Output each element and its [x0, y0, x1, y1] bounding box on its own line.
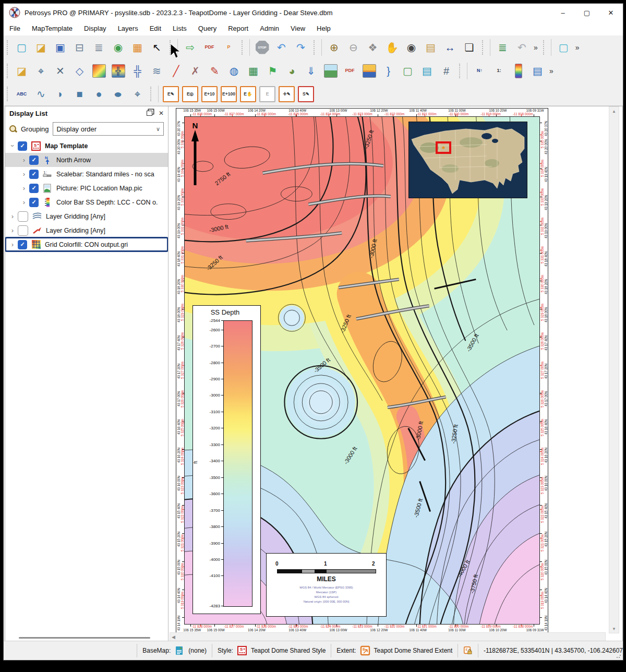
north-arrow-button-icon[interactable]: N↑	[471, 62, 488, 79]
menu-item-file[interactable]: File	[4, 25, 26, 32]
well-display-icon[interactable]: ⌖	[32, 62, 50, 79]
expander-icon[interactable]: ›	[20, 198, 28, 206]
undo-view-icon[interactable]: ↶	[273, 39, 290, 56]
polyline-icon[interactable]: }	[380, 62, 397, 79]
tree-row[interactable]: ›✓SMap Template	[5, 139, 168, 153]
colorbar-button-icon[interactable]	[510, 62, 527, 79]
export-image-icon[interactable]: ⇨	[182, 39, 199, 56]
menu-item-admin[interactable]: Admin	[254, 25, 285, 32]
fault-pick-icon[interactable]: ✕	[52, 62, 69, 79]
expander-icon[interactable]: ›	[8, 212, 17, 220]
menu-item-report[interactable]: Report	[222, 25, 254, 32]
visibility-checkbox[interactable]: ✓	[29, 155, 39, 165]
close-panel-icon[interactable]: ✕	[159, 110, 164, 117]
edit-pan-icon[interactable]: E✋	[240, 86, 256, 102]
map-grid-icon[interactable]: #	[438, 62, 455, 79]
zoom-in-icon[interactable]: ⊕	[326, 39, 343, 56]
pie-display-icon[interactable]: ◕	[283, 62, 300, 79]
print-icon[interactable]: ⊟	[71, 39, 88, 56]
overflow-icon[interactable]: »	[549, 67, 553, 75]
draw-circle-icon[interactable]: ●	[90, 86, 107, 103]
grouping-select[interactable]: Display order ∨	[53, 122, 164, 136]
grid-lines-icon[interactable]: ╬	[129, 62, 146, 79]
menu-item-edit[interactable]: Edit	[144, 25, 167, 32]
close-button[interactable]: ✕	[599, 4, 623, 21]
map-picture-icon[interactable]	[360, 62, 378, 79]
contour-display-icon[interactable]: ≋	[148, 62, 165, 79]
image-import-icon[interactable]: ⇓	[303, 62, 320, 79]
spreadsheet-icon[interactable]: ▦	[245, 62, 262, 79]
redo-view-icon[interactable]: ↷	[292, 39, 309, 56]
draw-well-symbol-icon[interactable]: ⌖	[129, 86, 146, 103]
new-map-icon[interactable]: ▢	[13, 39, 30, 56]
visibility-checkbox[interactable]: ✓	[18, 141, 27, 151]
extent-lock-icon[interactable]: E	[463, 645, 473, 656]
visibility-checkbox[interactable]: ✓	[29, 198, 39, 207]
edit-plus10-icon[interactable]: E+10	[201, 86, 218, 102]
document-properties-icon[interactable]: ▤	[418, 62, 436, 79]
menu-item-lists[interactable]: Lists	[167, 25, 192, 32]
legend-button-icon[interactable]: ▤	[529, 62, 546, 79]
tree-row[interactable]: ›✓NNorth Arrow	[5, 153, 168, 167]
float-panel-icon[interactable]	[147, 111, 152, 116]
overflow-icon[interactable]: »	[534, 43, 538, 52]
tree-row[interactable]: ›✓1:Scalebar: Standard miles - no sca	[5, 167, 168, 181]
menu-item-layers[interactable]: Layers	[112, 25, 144, 32]
export-pdf-icon[interactable]: PDF	[201, 39, 218, 56]
text-annotation-icon[interactable]: ABC	[13, 86, 30, 103]
expander-icon[interactable]: ›	[20, 184, 28, 192]
add-data-icon[interactable]: ◪	[13, 62, 30, 79]
panel-horizontal-scrollbar[interactable]	[19, 637, 150, 639]
map-window-icon[interactable]: ▦	[129, 39, 146, 56]
map-canvas[interactable]: 2750 ft-3000 ft-3250 ft-3250 ft-3000 ft-…	[184, 116, 540, 625]
tree-row[interactable]: ›Layer Gridding [Any]	[5, 223, 168, 237]
visibility-checkbox[interactable]: ✓	[29, 170, 39, 179]
grid-colorfill-cross-icon[interactable]: ╬	[110, 62, 127, 79]
select-cursor-icon[interactable]: ↖	[148, 39, 165, 56]
resize-grip-icon[interactable]	[616, 653, 621, 658]
draw-curve-icon[interactable]: ∿	[32, 86, 50, 103]
fault-edit-icon[interactable]: ✎	[206, 62, 223, 79]
stop-icon[interactable]: STOP	[254, 39, 271, 56]
zoom-extents-icon[interactable]: ❖	[364, 39, 381, 56]
draw-freeform-icon[interactable]: ◗	[52, 86, 69, 103]
display-list-icon[interactable]: ≣	[494, 39, 511, 56]
edit-plus100-icon[interactable]: E+100	[221, 86, 237, 102]
edit-pencil-icon[interactable]: E✎	[163, 86, 179, 102]
save-icon[interactable]: ▣	[52, 39, 69, 56]
image-display-icon[interactable]	[322, 62, 339, 79]
gis-layer-icon[interactable]: ⚑	[264, 62, 281, 79]
visibility-checkbox[interactable]	[18, 211, 28, 222]
document-map-icon[interactable]: ▢	[399, 62, 416, 79]
paste-image-icon[interactable]: ▤	[422, 39, 439, 56]
overflow-icon[interactable]: »	[575, 43, 580, 52]
move-copy-icon[interactable]: ❏	[461, 39, 478, 56]
expander-icon[interactable]: ›	[8, 226, 17, 234]
web-layer-icon[interactable]: ◍	[225, 62, 243, 79]
expander-icon[interactable]: ›	[20, 156, 28, 164]
edit-query-icon[interactable]: E◎	[182, 86, 198, 102]
new-page-icon[interactable]: ▢	[555, 39, 572, 56]
menu-item-display[interactable]: Display	[78, 25, 112, 32]
expander-icon[interactable]: ›	[20, 170, 28, 178]
menu-item-view[interactable]: View	[285, 25, 311, 32]
pdf-display-icon[interactable]: PDF	[341, 62, 358, 79]
edit-extent-icon[interactable]: E	[259, 86, 275, 102]
3d-viewer-icon[interactable]: ◉	[110, 39, 127, 56]
measure-distance-icon[interactable]: ↔	[441, 39, 459, 56]
tree-row[interactable]: ›✓Color Bar SS Depth: LCC - CON o.	[5, 195, 168, 209]
fault-multi-icon[interactable]: ✗	[187, 62, 204, 79]
visibility-checkbox[interactable]: ✓	[29, 184, 39, 193]
tree-row[interactable]: ›✓Picture: PIC Location Map.pic	[5, 181, 168, 195]
tree-row[interactable]: ›✓Grid Colorfill: CON output.gri	[5, 237, 168, 251]
undo-icon[interactable]: ↶	[513, 39, 531, 56]
snapshot-icon[interactable]: ◉	[403, 39, 420, 56]
expander-icon[interactable]: ›	[9, 142, 17, 150]
export-powerpoint-icon[interactable]: P	[220, 39, 237, 56]
open-map-icon[interactable]: ◪	[32, 39, 50, 56]
expander-icon[interactable]: ›	[8, 241, 17, 248]
draw-rectangle-icon[interactable]: ■	[71, 86, 88, 103]
database-icon[interactable]: ≣	[90, 39, 107, 56]
search-icon[interactable]	[9, 125, 17, 133]
edit-move-icon[interactable]: ✛✎	[279, 86, 295, 102]
